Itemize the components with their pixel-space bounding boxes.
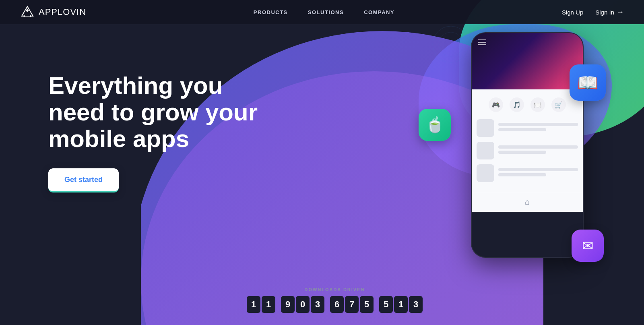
floating-book-icon: 📖 [570, 64, 606, 101]
nav-auth: Sign Up Sign In → [562, 8, 624, 17]
list-line-1b [498, 128, 546, 131]
floating-bowl-icon: 🍵 [419, 109, 451, 141]
tab-food-icon: 🍽️ [530, 97, 545, 112]
nav-products-link[interactable]: PRODUCTS [254, 9, 288, 15]
list-lines-1 [498, 123, 578, 133]
counter-digits: 1 1 9 0 3 6 7 5 5 1 3 [247, 296, 423, 313]
list-thumb-1 [477, 119, 494, 137]
phone-mockup: 🎮 🎵 🍽️ 🛒 [471, 32, 584, 258]
phone-list-item-2 [477, 142, 578, 159]
floating-mail-icon: ✉ [572, 230, 604, 262]
list-line-3b [498, 173, 546, 176]
hero-section: APPLOVIN PRODUCTS SOLUTIONS COMPANY Sign… [0, 0, 644, 325]
phone-content: 🎮 🎵 🍽️ 🛒 [472, 89, 583, 192]
digit-5: 3 [311, 296, 324, 313]
home-icon: ⌂ [525, 197, 530, 207]
navbar: APPLOVIN PRODUCTS SOLUTIONS COMPANY Sign… [0, 0, 644, 24]
tab-music-icon: 🎵 [510, 97, 524, 112]
svg-point-7 [26, 9, 29, 12]
phone-top-bar [472, 33, 583, 89]
digit-3: 9 [281, 296, 295, 313]
digit-8: 5 [360, 296, 374, 313]
downloads-label: DOWNLOADS DRIVEN [247, 287, 423, 292]
list-line-2a [498, 145, 578, 149]
list-lines-3 [498, 168, 578, 178]
logo[interactable]: APPLOVIN [20, 5, 86, 19]
list-lines-2 [498, 145, 578, 156]
digit-4: 0 [296, 296, 310, 313]
list-line-2b [498, 151, 546, 154]
digit-6: 6 [330, 296, 344, 313]
signin-link[interactable]: Sign In → [595, 8, 624, 17]
signup-link[interactable]: Sign Up [562, 9, 583, 16]
list-thumb-3 [477, 164, 494, 182]
list-line-1a [498, 123, 578, 126]
phone-list-item-1 [477, 119, 578, 137]
svg-point-3 [439, 32, 463, 56]
hero-title: Everything you need to grow your mobile … [48, 72, 274, 152]
digit-11: 3 [409, 296, 423, 313]
nav-solutions-link[interactable]: SOLUTIONS [308, 9, 344, 15]
downloads-section: DOWNLOADS DRIVEN 1 1 9 0 3 6 7 5 5 1 3 [247, 287, 423, 313]
digit-7: 7 [345, 296, 359, 313]
phone-list-item-3 [477, 164, 578, 182]
logo-text: APPLOVIN [39, 7, 86, 17]
hamburger-icon [478, 39, 486, 45]
tab-gaming-icon: 🎮 [489, 97, 503, 112]
list-line-3a [498, 168, 578, 171]
svg-point-8 [23, 15, 25, 17]
digit-2: 1 [262, 296, 275, 313]
svg-point-2 [433, 26, 469, 62]
phone-bottom-bar: ⌂ [472, 192, 583, 212]
nav-company-link[interactable]: COMPANY [364, 9, 394, 15]
list-thumb-2 [477, 142, 494, 159]
nav-links: PRODUCTS SOLUTIONS COMPANY [254, 9, 394, 15]
phone-tabs: 🎮 🎵 🍽️ 🛒 [477, 94, 578, 115]
hero-content: Everything you need to grow your mobile … [48, 72, 274, 193]
svg-point-9 [30, 15, 31, 17]
digit-10: 1 [394, 296, 408, 313]
tab-cart-icon: 🛒 [551, 97, 566, 112]
logo-icon [20, 5, 35, 19]
digit-1: 1 [247, 296, 260, 313]
digit-9: 5 [379, 296, 393, 313]
get-started-button[interactable]: Get started [48, 168, 119, 193]
arrow-icon: → [617, 8, 624, 17]
